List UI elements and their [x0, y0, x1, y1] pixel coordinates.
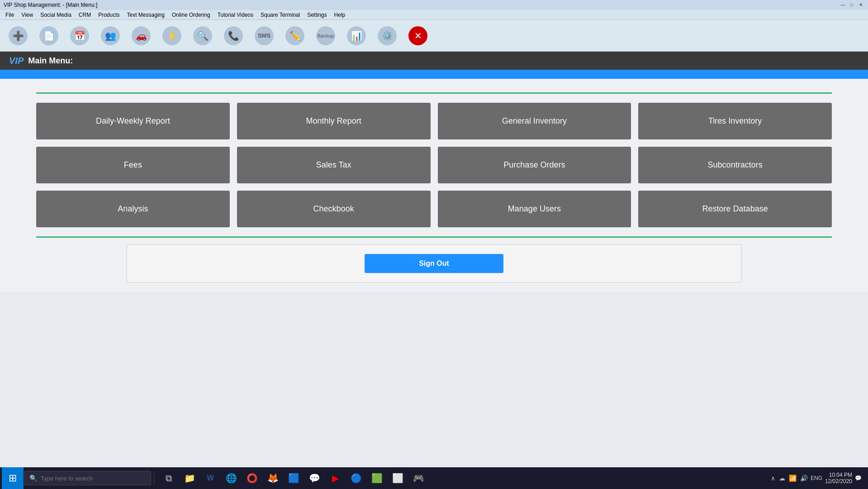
backup-icon: Backup [316, 26, 335, 45]
start-button[interactable]: ⊞ [2, 467, 24, 489]
taskbar-file-explorer[interactable]: 📁 [180, 468, 199, 488]
tray-onedrive: ☁ [779, 475, 785, 482]
bottom-divider [36, 236, 832, 238]
taskbar-app3[interactable]: 🔵 [346, 468, 366, 488]
accent-bar [0, 70, 868, 79]
sales-tax-button[interactable]: Sales Tax [237, 147, 431, 183]
analysis-button[interactable]: Analysis [36, 191, 230, 227]
toolbar-document-button[interactable]: 📄 [35, 23, 62, 49]
taskbar-sep-1 [154, 471, 154, 485]
purchase-orders-button[interactable]: Purchase Orders [438, 147, 631, 183]
maximize-button[interactable]: □ [848, 1, 855, 8]
search-icon: 🔍 [193, 26, 212, 45]
menu-bar: File View Social Media CRM Products Text… [0, 10, 868, 20]
document-icon: 📄 [39, 26, 58, 45]
daily-weekly-report-button[interactable]: Daily-Weekly Report [36, 103, 230, 139]
taskbar-search-box[interactable]: 🔍 [24, 471, 151, 485]
main-content: Daily-Weekly Report Monthly Report Gener… [0, 79, 868, 292]
menu-products[interactable]: Products [95, 11, 123, 19]
restore-database-button[interactable]: Restore Database [638, 191, 832, 227]
toolbar-settings-button[interactable]: ⚙️ [374, 23, 401, 49]
settings-icon: ⚙️ [378, 26, 397, 45]
menu-square-terminal[interactable]: Square Terminal [257, 11, 304, 19]
taskbar-onedrive[interactable]: ⭕ [242, 468, 262, 488]
toolbar-edit-button[interactable]: ✏️ [281, 23, 308, 49]
general-inventory-button[interactable]: General Inventory [438, 103, 631, 139]
toolbar-backup-button[interactable]: Backup [312, 23, 339, 49]
top-divider [36, 92, 832, 94]
edit-icon: ✏️ [285, 26, 304, 45]
sign-out-button[interactable]: Sign Out [365, 254, 503, 273]
taskbar-app4[interactable]: 🟩 [367, 468, 387, 488]
monthly-report-button[interactable]: Monthly Report [237, 103, 431, 139]
system-tray-icons: ∧ ☁ 📶 🔊 [771, 475, 808, 482]
menu-crm[interactable]: CRM [75, 11, 95, 19]
menu-online-ordering[interactable]: Online Ordering [168, 11, 214, 19]
toolbar-add-button[interactable]: ➕ [5, 23, 32, 49]
taskbar-app1[interactable]: 🟦 [284, 468, 304, 488]
toolbar-calendar-button[interactable]: 📅 [66, 23, 93, 49]
toolbar-speed-button[interactable]: ⚡ [158, 23, 185, 49]
taskbar-app5[interactable]: ⬜ [388, 468, 408, 488]
fees-button[interactable]: Fees [36, 147, 230, 183]
taskbar-search-icon: 🔍 [29, 475, 37, 482]
button-row-2: Fees Sales Tax Purchase Orders Subcontra… [36, 147, 832, 183]
menu-file[interactable]: File [2, 11, 18, 19]
taskbar-youtube[interactable]: ▶ [325, 468, 345, 488]
menu-settings[interactable]: Settings [304, 11, 330, 19]
menu-tutorial-videos[interactable]: Tutorial Videos [214, 11, 257, 19]
toolbar-users-button[interactable]: 👥 [97, 23, 124, 49]
tray-language: ENG [811, 475, 822, 481]
taskbar-search-input[interactable] [41, 475, 140, 482]
toolbar-sms-button[interactable]: SMS [251, 23, 278, 49]
subcontractors-button[interactable]: Subcontractors [638, 147, 832, 183]
taskbar-task-view[interactable]: ⧉ [159, 468, 179, 488]
taskbar-date-value: 12/02/2020 [825, 478, 852, 484]
menu-view[interactable]: View [18, 11, 37, 19]
toolbar-car-button[interactable]: 🚗 [128, 23, 155, 49]
tray-chevron[interactable]: ∧ [771, 475, 775, 482]
users-icon: 👥 [101, 26, 120, 45]
window-title: VIP Shop Management: - [Main Menu:] [4, 2, 864, 8]
main-menu-title: Main Menu: [28, 56, 73, 66]
chart-icon: 📊 [347, 26, 366, 45]
menu-text-messaging[interactable]: Text Messaging [123, 11, 168, 19]
taskbar-edge[interactable]: 🌐 [221, 468, 241, 488]
taskbar-app6[interactable]: 🎮 [408, 468, 428, 488]
car-icon: 🚗 [132, 26, 151, 45]
tray-wifi: 📶 [789, 475, 797, 482]
window-controls: — □ ✕ [839, 1, 864, 8]
vip-label: VIP [9, 56, 24, 66]
close-window-button[interactable]: ✕ [857, 1, 864, 8]
phone-icon: 📞 [224, 26, 243, 45]
button-row-1: Daily-Weekly Report Monthly Report Gener… [36, 103, 832, 139]
title-bar: VIP Shop Management: - [Main Menu:] — □ … [0, 0, 868, 10]
calendar-icon: 📅 [70, 26, 89, 45]
toolbar-close-button[interactable]: ✕ [404, 23, 432, 49]
taskbar-clock: 10:04 PM 12/02/2020 [825, 472, 852, 484]
taskbar-pinned-apps: ⧉ 📁 W 🌐 ⭕ 🦊 🟦 💬 ▶ 🔵 🟩 ⬜ 🎮 [159, 468, 428, 488]
taskbar-app2[interactable]: 💬 [304, 468, 324, 488]
toolbar: ➕ 📄 📅 👥 🚗 ⚡ 🔍 📞 SMS ✏️ Backup 📊 ⚙️ ✕ [0, 20, 868, 52]
taskbar-right: ∧ ☁ 📶 🔊 ENG 10:04 PM 12/02/2020 💬 [771, 472, 866, 484]
taskbar-firefox[interactable]: 🦊 [263, 468, 283, 488]
tires-inventory-button[interactable]: Tires Inventory [638, 103, 832, 139]
manage-users-button[interactable]: Manage Users [438, 191, 631, 227]
tray-volume: 🔊 [800, 475, 808, 482]
minimize-button[interactable]: — [839, 1, 846, 8]
toolbar-chart-button[interactable]: 📊 [343, 23, 370, 49]
speed-icon: ⚡ [162, 26, 181, 45]
button-row-3: Analysis Checkbook Manage Users Restore … [36, 191, 832, 227]
add-icon: ➕ [9, 26, 28, 45]
toolbar-phone-button[interactable]: 📞 [220, 23, 247, 49]
taskbar-time-value: 10:04 PM [829, 472, 852, 478]
menu-help[interactable]: Help [331, 11, 349, 19]
checkbook-button[interactable]: Checkbook [237, 191, 431, 227]
taskbar-word[interactable]: W [200, 468, 220, 488]
signout-area: Sign Out [127, 244, 741, 283]
close-icon: ✕ [408, 26, 427, 45]
taskbar-notification[interactable]: 💬 [855, 475, 862, 481]
taskbar: ⊞ 🔍 ⧉ 📁 W 🌐 ⭕ 🦊 🟦 💬 ▶ 🔵 🟩 ⬜ 🎮 ∧ ☁ 📶 🔊 EN… [0, 467, 868, 489]
toolbar-search-button[interactable]: 🔍 [189, 23, 216, 49]
menu-social-media[interactable]: Social Media [37, 11, 75, 19]
